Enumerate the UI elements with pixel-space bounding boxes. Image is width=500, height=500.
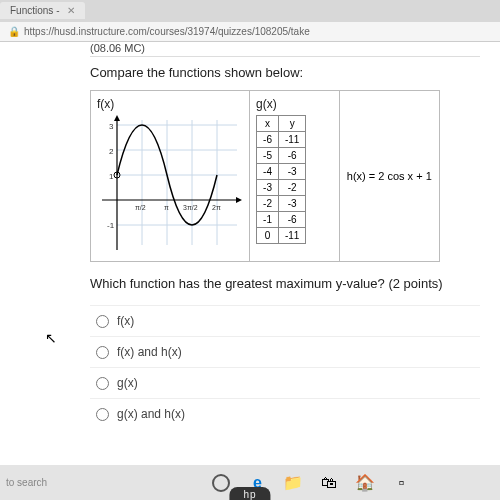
hx-formula: h(x) = 2 cos x + 1 xyxy=(347,170,432,182)
functions-box: f(x) 3 2 1 π/2 π xyxy=(90,90,440,262)
svg-marker-11 xyxy=(236,197,242,203)
table-row: -3-2 xyxy=(257,180,306,196)
svg-text:3π/2: 3π/2 xyxy=(183,204,198,211)
radio-input[interactable] xyxy=(96,315,109,328)
cortana-icon[interactable] xyxy=(210,472,232,494)
url-text: https://husd.instructure.com/courses/319… xyxy=(24,26,310,37)
table-row: -4-3 xyxy=(257,164,306,180)
mouse-cursor-icon: ↖ xyxy=(45,330,57,346)
svg-text:1: 1 xyxy=(109,172,114,181)
table-row: -5-6 xyxy=(257,148,306,164)
tab-title: Functions - xyxy=(10,5,59,16)
answer-options: f(x) f(x) and h(x) g(x) g(x) and h(x) xyxy=(90,305,480,429)
gx-table: x y -6-11 -5-6 -4-3 -3-2 -2-3 -1-6 0-11 xyxy=(256,115,306,244)
question-code: (08.06 MC) xyxy=(90,42,480,57)
table-header-row: x y xyxy=(257,116,306,132)
app2-icon[interactable]: ▫ xyxy=(390,472,412,494)
svg-text:2π: 2π xyxy=(212,204,221,211)
svg-text:π/2: π/2 xyxy=(135,204,146,211)
store-icon[interactable]: 🛍 xyxy=(318,472,340,494)
fx-column: f(x) 3 2 1 π/2 π xyxy=(91,91,250,261)
option-d[interactable]: g(x) and h(x) xyxy=(90,398,480,429)
question-prompt: Compare the functions shown below: xyxy=(90,65,480,80)
option-a[interactable]: f(x) xyxy=(90,305,480,336)
table-row: -6-11 xyxy=(257,132,306,148)
table-row: -2-3 xyxy=(257,196,306,212)
svg-marker-9 xyxy=(114,115,120,121)
svg-text:π: π xyxy=(164,204,169,211)
radio-input[interactable] xyxy=(96,377,109,390)
option-b[interactable]: f(x) and h(x) xyxy=(90,336,480,367)
browser-tab[interactable]: Functions - ✕ xyxy=(0,2,85,19)
question-text: Which function has the greatest maximum … xyxy=(90,276,480,291)
svg-text:-1: -1 xyxy=(107,221,115,230)
url-bar[interactable]: 🔒 https://husd.instructure.com/courses/3… xyxy=(0,22,500,42)
lock-icon: 🔒 xyxy=(8,26,20,37)
hx-column: h(x) = 2 cos x + 1 xyxy=(340,91,439,261)
fx-graph: 3 2 1 π/2 π 3π/2 2π -1 xyxy=(97,115,242,255)
table-row: -1-6 xyxy=(257,212,306,228)
radio-input[interactable] xyxy=(96,408,109,421)
folder-icon[interactable]: 📁 xyxy=(282,472,304,494)
gx-label: g(x) xyxy=(256,97,333,111)
svg-text:3: 3 xyxy=(109,122,114,131)
table-header: x xyxy=(257,116,279,132)
svg-text:2: 2 xyxy=(109,147,114,156)
gx-column: g(x) x y -6-11 -5-6 -4-3 -3-2 -2-3 -1-6 … xyxy=(250,91,340,261)
radio-input[interactable] xyxy=(96,346,109,359)
app-icon[interactable]: 🏠 xyxy=(354,472,376,494)
taskbar-search[interactable]: to search xyxy=(6,477,47,488)
laptop-brand: hp xyxy=(229,487,270,500)
fx-label: f(x) xyxy=(97,97,243,111)
table-row: 0-11 xyxy=(257,228,306,244)
page-content: (08.06 MC) Compare the functions shown b… xyxy=(0,42,500,465)
table-header: y xyxy=(278,116,305,132)
close-icon[interactable]: ✕ xyxy=(67,5,75,16)
option-c[interactable]: g(x) xyxy=(90,367,480,398)
